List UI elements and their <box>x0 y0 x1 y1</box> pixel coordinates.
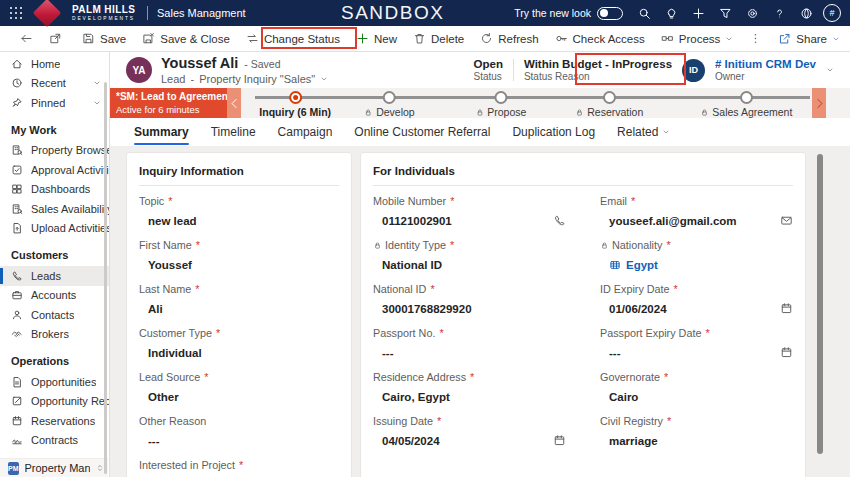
field-value-area[interactable]: Egypt <box>600 257 793 273</box>
sidebar-item-upload-activities[interactable]: Upload Activities <box>0 219 109 239</box>
field-value-area[interactable]: youseef.ali@gmail.com <box>600 213 793 229</box>
stage-marker[interactable] <box>383 91 396 104</box>
owner-field[interactable]: # Initium CRM Dev Owner <box>715 58 816 82</box>
field-value-area[interactable]: Other <box>139 389 339 405</box>
tab-duplication-log[interactable]: Duplication Log <box>512 118 595 146</box>
field-value-area[interactable]: Cairo, Egypt <box>373 389 566 405</box>
bpf-stage-develop[interactable]: Develop <box>364 88 415 118</box>
sidebar-item-contracts[interactable]: Contracts <box>0 431 109 451</box>
field-value[interactable]: Cairo, Egypt <box>382 391 450 403</box>
field-customer-type[interactable]: Customer Type*Individual <box>139 326 339 361</box>
sidebar-item-contacts[interactable]: Contacts <box>0 305 109 325</box>
field-value[interactable]: Cairo <box>609 391 638 403</box>
field-value-area[interactable]: Cairo <box>600 389 793 405</box>
status-reason-field[interactable]: Within Budget - InProgress Status Reason <box>524 58 672 82</box>
filter-icon[interactable] <box>712 0 739 26</box>
new-look-toggle[interactable] <box>597 7 623 20</box>
field-last-name[interactable]: Last Name*Ali <box>139 282 339 317</box>
sidebar-scrollbar-thumb[interactable] <box>104 82 107 474</box>
bpf-stage-sales-agreement[interactable]: Sales Agreement <box>700 88 792 118</box>
chevron-down-icon[interactable] <box>320 75 328 83</box>
field-value-area[interactable]: new lead <box>139 213 339 229</box>
sidebar-item-property-browser[interactable]: Property Browser <box>0 141 109 161</box>
sidebar-item-opportunity-requ[interactable]: Opportunity Requ... <box>0 392 109 412</box>
form-selector[interactable]: Property Inquiry "Sales" <box>199 73 315 85</box>
field-value-area[interactable]: 04/05/2024 <box>373 433 566 449</box>
field-value[interactable]: youseef.ali@gmail.com <box>609 215 737 227</box>
field-passport-expiry-date[interactable]: Passport Expiry Date*--- <box>600 326 793 361</box>
field-identity-type[interactable]: Identity Type*National ID <box>373 238 566 273</box>
sidebar-item-pinned[interactable]: Pinned <box>0 93 109 113</box>
field-civil-registry[interactable]: Civil Registry*marriage <box>600 414 793 449</box>
header-chevron-down-icon[interactable] <box>826 66 834 74</box>
field-lead-source[interactable]: Lead Source*Other <box>139 370 339 405</box>
help-icon[interactable] <box>766 0 793 26</box>
field-value[interactable]: 01121002901 <box>382 215 452 227</box>
field-value-area[interactable]: Ali <box>139 301 339 317</box>
field-nationality[interactable]: Nationality*Egypt <box>600 238 793 273</box>
field-value-area[interactable]: Individual <box>139 345 339 361</box>
field-topic[interactable]: Topic*new lead <box>139 194 339 229</box>
search-icon[interactable] <box>631 0 658 26</box>
field-interested-in-project[interactable]: Interested in Project*Badya <box>139 458 339 477</box>
field-value-area[interactable]: 30001768829920 <box>373 301 566 317</box>
field-value[interactable]: --- <box>609 347 621 359</box>
field-value[interactable]: new lead <box>148 215 197 227</box>
share-button[interactable]: Share <box>770 32 848 45</box>
stage-marker[interactable] <box>289 91 302 104</box>
field-value[interactable]: National ID <box>382 259 442 271</box>
process-banner[interactable]: *SM: Lead to Agreement... Active for 6 m… <box>110 88 227 118</box>
open-in-new-window-button[interactable] <box>41 26 70 51</box>
save-and-close-button[interactable]: Save & Close <box>134 26 238 51</box>
copilot-icon[interactable] <box>793 0 820 26</box>
field-issuing-date[interactable]: Issuing Date*04/05/2024 <box>373 414 566 449</box>
app-name[interactable]: Sales Managment <box>157 7 246 19</box>
field-id-expiry-date[interactable]: ID Expiry Date*01/06/2024 <box>600 282 793 317</box>
user-avatar[interactable]: # <box>823 4 841 22</box>
process-scroll-right[interactable] <box>812 88 826 118</box>
vertical-scrollbar-thumb[interactable] <box>817 154 823 454</box>
stage-marker[interactable] <box>740 91 753 104</box>
field-value[interactable]: Ali <box>148 303 163 315</box>
field-residence-address[interactable]: Residence Address*Cairo, Egypt <box>373 370 566 405</box>
field-value-area[interactable]: 01121002901 <box>373 213 566 229</box>
field-value[interactable]: marriage <box>609 435 658 447</box>
delete-button[interactable]: Delete <box>405 26 472 51</box>
process-scroll-left[interactable] <box>227 88 241 118</box>
quick-create-plus-icon[interactable] <box>685 0 712 26</box>
sidebar-item-dashboards[interactable]: Dashboards <box>0 180 109 200</box>
sidebar-item-leads[interactable]: Leads <box>0 266 109 286</box>
owner-value[interactable]: # Initium CRM Dev <box>715 58 816 70</box>
field-passport-no[interactable]: Passport No.*--- <box>373 326 566 361</box>
tab-related[interactable]: Related <box>617 118 670 146</box>
save-button[interactable]: Save <box>74 26 134 51</box>
bpf-stage-propose[interactable]: Propose <box>475 88 526 118</box>
tab-campaign[interactable]: Campaign <box>278 118 333 146</box>
field-value[interactable]: Egypt <box>626 259 658 271</box>
refresh-button[interactable]: Refresh <box>472 26 546 51</box>
field-first-name[interactable]: First Name*Youssef <box>139 238 339 273</box>
sidebar-item-brokers[interactable]: Brokers <box>0 325 109 345</box>
field-value-area[interactable]: --- <box>139 433 339 449</box>
sidebar-item-accounts[interactable]: Accounts <box>0 286 109 306</box>
stage-marker[interactable] <box>494 91 507 104</box>
field-value-area[interactable]: marriage <box>600 433 793 449</box>
sidebar-item-reservations[interactable]: Reservations <box>0 411 109 431</box>
sidebar-item-sales-availability-r[interactable]: Sales Availability R... <box>0 199 109 219</box>
tab-online-customer-referral[interactable]: Online Customer Referral <box>354 118 490 146</box>
field-mobile-number[interactable]: Mobile Number*01121002901 <box>373 194 566 229</box>
tab-summary[interactable]: Summary <box>134 118 189 146</box>
field-governorate[interactable]: Governorate*Cairo <box>600 370 793 405</box>
stage-marker[interactable] <box>603 91 616 104</box>
field-value[interactable]: 04/05/2024 <box>382 435 440 447</box>
bpf-stage-inquiry-6-min[interactable]: Inquiry (6 Min) <box>259 88 331 118</box>
sidebar-item-home[interactable]: Home <box>0 54 109 74</box>
back-button[interactable] <box>12 26 41 51</box>
field-value[interactable]: --- <box>148 435 160 447</box>
new-button[interactable]: New <box>348 26 405 51</box>
app-launcher-waffle-icon[interactable] <box>10 7 22 19</box>
field-value-area[interactable]: --- <box>373 345 566 361</box>
field-value[interactable]: Other <box>148 391 179 403</box>
field-value-area[interactable]: National ID <box>373 257 566 273</box>
check-access-button[interactable]: Check Access <box>547 26 653 51</box>
